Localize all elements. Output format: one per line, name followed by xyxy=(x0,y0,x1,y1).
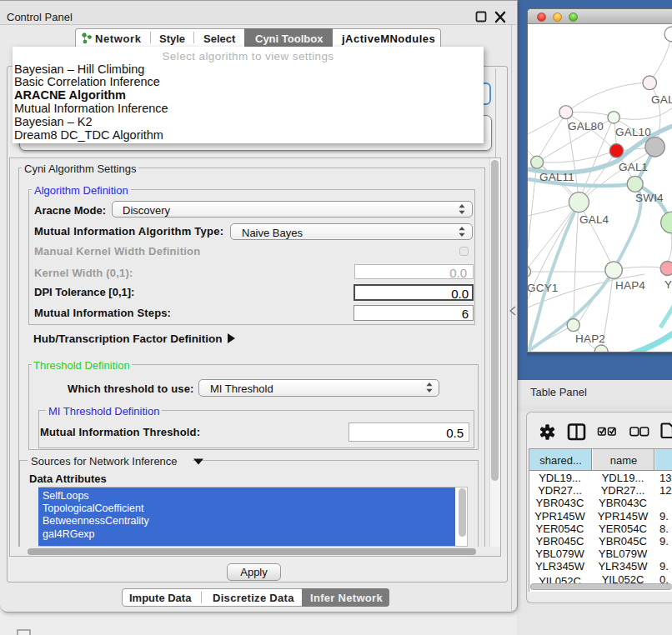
svg-text:GCY1: GCY1 xyxy=(528,282,559,294)
svg-text:SWI4: SWI4 xyxy=(635,192,664,204)
svg-text:GAL80: GAL80 xyxy=(568,120,604,132)
svg-text:GAL11: GAL11 xyxy=(539,171,574,183)
svg-text:GAL10: GAL10 xyxy=(615,126,651,138)
svg-text:Y: Y xyxy=(664,278,672,291)
svg-text:HAP2: HAP2 xyxy=(575,332,605,345)
svg-text:GAL1: GAL1 xyxy=(619,161,648,173)
svg-text:HAP4: HAP4 xyxy=(615,279,645,292)
svg-text:GAL4: GAL4 xyxy=(579,213,609,226)
svg-text:GAL: GAL xyxy=(651,93,672,106)
